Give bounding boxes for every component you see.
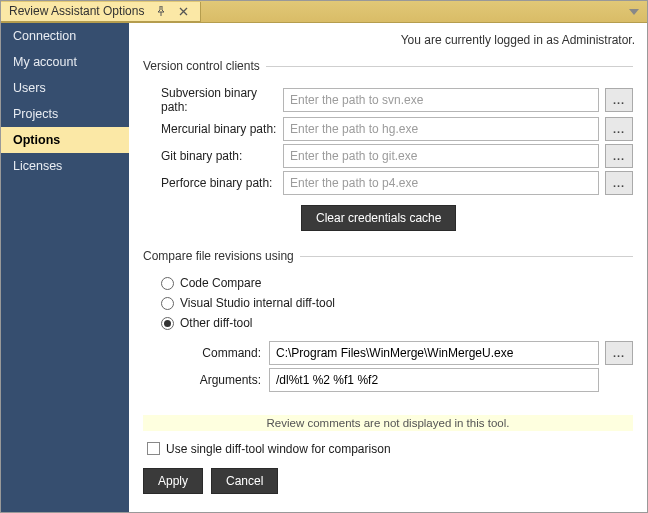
footer: Apply Cancel [129, 460, 647, 494]
sidebar: Connection My account Users Projects Opt… [1, 23, 129, 512]
login-status: You are currently logged in as Administr… [129, 23, 647, 55]
svn-label: Subversion binary path: [143, 86, 283, 114]
pin-icon[interactable] [152, 2, 170, 20]
svn-browse-button[interactable]: ... [605, 88, 633, 112]
radio-code-compare[interactable] [161, 277, 174, 290]
warning-banner: Review comments are not displayed in thi… [143, 415, 633, 431]
command-label: Command: [183, 346, 269, 360]
single-window-label: Use single diff-tool window for comparis… [166, 442, 391, 456]
radio-vs-diff-label: Visual Studio internal diff-tool [180, 296, 335, 310]
git-label: Git binary path: [143, 149, 283, 163]
radio-vs-diff-row[interactable]: Visual Studio internal diff-tool [143, 293, 633, 313]
vcs-fieldset: Version control clients Subversion binar… [143, 59, 633, 237]
radio-code-compare-label: Code Compare [180, 276, 261, 290]
radio-other-diff[interactable] [161, 317, 174, 330]
compare-legend: Compare file revisions using [143, 249, 300, 263]
command-input[interactable] [269, 341, 599, 365]
hg-label: Mercurial binary path: [143, 122, 283, 136]
p4-path-input[interactable] [283, 171, 599, 195]
compare-fieldset: Compare file revisions using Code Compar… [143, 249, 633, 399]
command-browse-button[interactable]: ... [605, 341, 633, 365]
svn-path-input[interactable] [283, 88, 599, 112]
clear-credentials-button[interactable]: Clear credentials cache [301, 205, 456, 231]
radio-other-diff-label: Other diff-tool [180, 316, 252, 330]
titlebar: Review Assistant Options [1, 1, 647, 23]
main-panel: You are currently logged in as Administr… [129, 23, 647, 512]
cancel-button[interactable]: Cancel [211, 468, 278, 494]
git-browse-button[interactable]: ... [605, 144, 633, 168]
sidebar-item-projects[interactable]: Projects [1, 101, 129, 127]
sidebar-item-connection[interactable]: Connection [1, 23, 129, 49]
window-title: Review Assistant Options [9, 4, 144, 18]
sidebar-item-licenses[interactable]: Licenses [1, 153, 129, 179]
git-path-input[interactable] [283, 144, 599, 168]
radio-other-diff-row[interactable]: Other diff-tool [143, 313, 633, 333]
options-window: Review Assistant Options Connection My a… [0, 0, 648, 513]
hg-browse-button[interactable]: ... [605, 117, 633, 141]
sidebar-item-options[interactable]: Options [1, 127, 129, 153]
sidebar-item-users[interactable]: Users [1, 75, 129, 101]
apply-button[interactable]: Apply [143, 468, 203, 494]
single-window-checkbox[interactable] [147, 442, 160, 455]
title-tab[interactable]: Review Assistant Options [1, 2, 201, 22]
radio-vs-diff[interactable] [161, 297, 174, 310]
p4-label: Perforce binary path: [143, 176, 283, 190]
radio-code-compare-row[interactable]: Code Compare [143, 273, 633, 293]
sidebar-item-my-account[interactable]: My account [1, 49, 129, 75]
p4-browse-button[interactable]: ... [605, 171, 633, 195]
hg-path-input[interactable] [283, 117, 599, 141]
single-window-row[interactable]: Use single diff-tool window for comparis… [129, 431, 647, 460]
vcs-legend: Version control clients [143, 59, 266, 73]
close-icon[interactable] [174, 2, 192, 20]
window-menu-icon[interactable] [625, 3, 643, 21]
arguments-input[interactable] [269, 368, 599, 392]
arguments-label: Arguments: [183, 373, 269, 387]
